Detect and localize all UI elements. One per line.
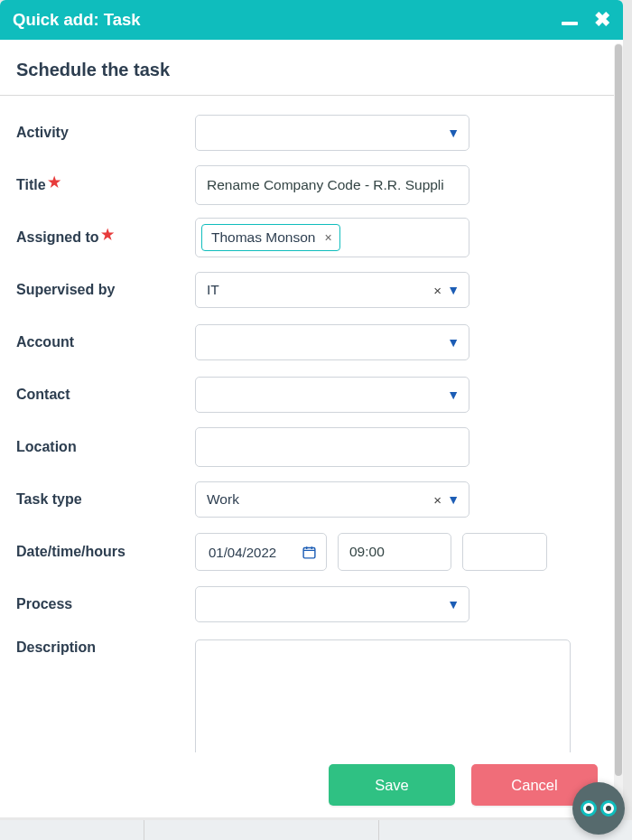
row-assigned-to: Assigned to★ Thomas Monson ×	[16, 211, 607, 264]
calendar-icon	[302, 545, 317, 560]
scrollbar[interactable]	[614, 43, 623, 802]
close-icon[interactable]: ✖	[594, 10, 610, 30]
modal-title: Quick add: Task	[13, 10, 562, 30]
modal-body: Schedule the task Activity ▼ Title★ As	[0, 40, 623, 817]
label-location: Location	[16, 439, 195, 455]
row-title: Title★	[16, 159, 607, 211]
clear-icon[interactable]: ×	[433, 283, 441, 298]
save-button[interactable]: Save	[329, 764, 455, 806]
quick-add-task-modal: Quick add: Task ✖ Schedule the task Acti…	[0, 0, 623, 817]
minimize-icon[interactable]	[562, 22, 578, 25]
row-task-type: Task type Work × ▼	[16, 473, 607, 526]
title-input[interactable]	[195, 165, 469, 205]
activity-select[interactable]: ▼	[195, 115, 469, 151]
chevron-down-icon: ▼	[447, 283, 460, 297]
assignee-name: Thomas Monson	[211, 229, 315, 246]
label-assigned-to: Assigned to★	[16, 229, 195, 246]
label-task-type: Task type	[16, 491, 195, 508]
supervised-by-value: IT	[207, 282, 438, 298]
label-supervised-by: Supervised by	[16, 282, 195, 298]
modal-header: Quick add: Task ✖	[0, 0, 623, 40]
supervised-by-select[interactable]: IT × ▼	[195, 272, 469, 308]
label-datetime: Date/time/hours	[16, 544, 195, 560]
task-type-select[interactable]: Work × ▼	[195, 481, 469, 518]
assigned-to-field[interactable]: Thomas Monson ×	[195, 218, 469, 257]
section-title: Schedule the task	[0, 40, 623, 96]
assignee-chip: Thomas Monson ×	[201, 224, 340, 251]
chevron-down-icon: ▼	[447, 492, 460, 507]
row-account: Account ▼	[16, 316, 607, 369]
row-supervised-by: Supervised by IT × ▼	[16, 264, 607, 316]
svg-rect-0	[303, 547, 315, 557]
task-type-value: Work	[207, 491, 438, 508]
row-datetime: Date/time/hours 01/04/2022 09:00	[16, 526, 607, 578]
window-status-strip	[0, 820, 632, 840]
date-input[interactable]: 01/04/2022	[195, 533, 327, 571]
label-title: Title★	[16, 177, 195, 193]
process-select[interactable]: ▼	[195, 586, 469, 622]
contact-select[interactable]: ▼	[195, 377, 469, 413]
label-account: Account	[16, 334, 195, 350]
row-location: Location	[16, 421, 607, 473]
row-contact: Contact ▼	[16, 369, 607, 421]
time-input[interactable]: 09:00	[338, 533, 451, 571]
mascot-eyes-icon	[581, 800, 617, 817]
location-input[interactable]	[195, 427, 469, 467]
chevron-down-icon: ▼	[447, 597, 460, 611]
hours-input[interactable]	[462, 533, 547, 571]
label-contact: Contact	[16, 387, 195, 403]
chevron-down-icon: ▼	[447, 387, 460, 402]
help-bubble-button[interactable]	[572, 782, 625, 835]
required-icon: ★	[48, 179, 60, 186]
remove-chip-icon[interactable]: ×	[324, 230, 331, 245]
required-icon: ★	[101, 231, 114, 238]
label-description: Description	[16, 639, 195, 656]
chevron-down-icon: ▼	[447, 335, 460, 350]
clear-icon[interactable]: ×	[433, 492, 441, 508]
time-value: 09:00	[349, 544, 385, 560]
modal-footer: Save Cancel	[0, 752, 623, 817]
header-controls: ✖	[562, 10, 610, 30]
label-activity: Activity	[16, 125, 195, 141]
label-process: Process	[16, 596, 195, 612]
account-select[interactable]: ▼	[195, 324, 469, 360]
row-activity: Activity ▼	[16, 107, 607, 159]
task-form: Activity ▼ Title★ Assigned to★	[0, 96, 623, 811]
date-value: 01/04/2022	[209, 545, 294, 560]
chevron-down-icon: ▼	[447, 126, 460, 140]
scrollbar-thumb[interactable]	[615, 44, 622, 776]
row-process: Process ▼	[16, 578, 607, 630]
